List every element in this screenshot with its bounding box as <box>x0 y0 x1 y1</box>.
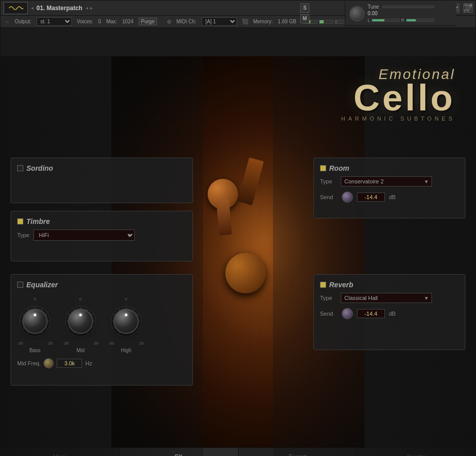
room-checkbox[interactable] <box>320 165 326 171</box>
bass-knob[interactable] <box>22 309 48 334</box>
midi-select[interactable]: [A] 1 <box>202 17 237 26</box>
memory-value: 1.69 GB <box>278 19 297 24</box>
midi-icon: ⊙ <box>167 19 171 24</box>
logo <box>4 2 28 14</box>
timbre-dropdown-wrap: HiFi Warm Vintage Dark ▼ <box>33 230 135 241</box>
high-knob-group: 0 <box>108 297 144 353</box>
mid-zero-label: 0 <box>80 297 82 301</box>
room-send-knob[interactable] <box>342 192 353 203</box>
tune-panel: Tune 0.00 L R <box>345 2 456 26</box>
room-type-row: Type Conservatoire 2 Small Room Large Ha… <box>320 176 459 186</box>
voices-max-label: Max: <box>106 19 117 24</box>
voices-max-value: 1024 <box>122 19 133 24</box>
title-cello: Cello <box>341 83 455 113</box>
bass-label: Bass <box>29 348 41 353</box>
room-title: Room <box>329 164 349 172</box>
timbre-title: Timbre <box>26 217 50 225</box>
reverb-checkbox[interactable] <box>320 282 326 288</box>
tab-main[interactable]: Main <box>1 448 120 456</box>
reverb-dropdown-wrap: Classical Hall Large Hall Small Room Cat… <box>341 293 432 303</box>
reverb-db-unit: dB <box>389 311 395 317</box>
right-label: R <box>401 18 405 23</box>
mid-label: Mid <box>76 348 85 353</box>
bass-knob-indicator <box>34 314 36 316</box>
patch-name: 01. Masterpatch <box>36 5 83 12</box>
timbre-checkbox[interactable] <box>17 218 23 224</box>
eq-title: Equalizer <box>26 281 58 289</box>
room-header: Room <box>320 164 459 172</box>
bass-zero-label: 0 <box>34 297 36 301</box>
tune-label: Tune <box>368 4 379 10</box>
equalizer-panel: Equalizer 0 <box>11 274 193 386</box>
aux-label: AUX <box>464 3 472 7</box>
aux-pv-area: AUX PV <box>464 3 472 13</box>
bass-scale: -20 20 <box>17 341 53 346</box>
bottom-tabs: Main FX Expert Credits <box>1 447 475 456</box>
timbre-type-row: Type HiFi Warm Vintage Dark ▼ <box>17 230 186 241</box>
mid-knob-group: 0 <box>63 297 98 353</box>
purge-button[interactable]: Purge <box>139 18 157 25</box>
mid-scale: -20 20 <box>63 341 98 346</box>
midi-label: MIDI Ch: <box>176 19 196 24</box>
room-dropdown-wrap: Conservatoire 2 Small Room Large Hall St… <box>341 176 432 186</box>
tune-value: 0.00 <box>368 11 434 16</box>
sm-buttons: S M <box>300 4 309 23</box>
room-send-label: Send <box>320 194 338 200</box>
tab-credits[interactable]: Credits <box>357 448 475 456</box>
bass-knob-container <box>17 303 53 339</box>
nav-left-icon[interactable]: ◂ <box>86 5 88 11</box>
eq-header: Equalizer <box>17 281 186 289</box>
left-arrow-icon[interactable]: ◂ <box>31 5 33 11</box>
mid-knob-indicator <box>80 314 82 316</box>
reverb-send-db[interactable]: -14.4 <box>357 309 385 318</box>
tune-knob[interactable] <box>349 6 365 21</box>
high-label: High <box>121 348 132 353</box>
mid-freq-label: Mid Freq. <box>17 360 41 366</box>
voices-value: 0 <box>98 19 101 24</box>
eq-checkbox[interactable] <box>17 282 23 288</box>
high-scale: -20 20 <box>108 341 144 346</box>
reverb-panel: Reverb Type Classical Hall Large Hall Sm… <box>313 274 465 350</box>
timbre-panel: Timbre Type HiFi Warm Vintage Dark ▼ <box>11 211 193 261</box>
mid-freq-knob[interactable] <box>44 358 54 368</box>
left-label: L <box>368 18 370 23</box>
timbre-type-label: Type <box>17 232 29 238</box>
high-knob-container <box>108 303 144 339</box>
title-brand: HARMONIC SUBTONES <box>341 116 455 122</box>
mid-freq-unit: Hz <box>85 360 92 366</box>
room-send-db[interactable]: -14.4 <box>357 193 385 202</box>
mute-button[interactable]: M <box>300 14 309 23</box>
tab-fx[interactable]: FX <box>120 448 239 456</box>
nav-right-icon[interactable]: ▸ <box>90 5 93 11</box>
room-panel: Room Type Conservatoire 2 Small Room Lar… <box>313 158 465 218</box>
sordino-header: Sordino <box>17 164 186 172</box>
sordino-panel: Sordino <box>11 158 193 203</box>
main-content: Emotional Cello HARMONIC SUBTONES Sordin… <box>1 56 475 456</box>
room-type-select[interactable]: Conservatoire 2 Small Room Large Hall St… <box>341 176 432 186</box>
high-knob[interactable] <box>113 309 139 334</box>
high-zero-label: 0 <box>125 297 127 301</box>
room-db-unit: dB <box>389 194 395 200</box>
pv-label: PV <box>464 9 472 13</box>
title-area: Emotional Cello HARMONIC SUBTONES <box>341 66 455 122</box>
solo-button[interactable]: S <box>300 4 309 13</box>
reverb-type-select[interactable]: Classical Hall Large Hall Small Room Cat… <box>341 293 432 303</box>
reverb-header: Reverb <box>320 281 459 289</box>
memory-icon: ⬛ <box>242 19 248 24</box>
tab-expert[interactable]: Expert <box>239 448 358 456</box>
output-select[interactable]: st. 1 <box>36 17 72 26</box>
room-send-row: Send -14.4 dB <box>320 192 459 203</box>
mid-freq-display[interactable]: 3.0k <box>57 359 82 368</box>
reverb-title: Reverb <box>329 281 353 289</box>
timbre-type-select[interactable]: HiFi Warm Vintage Dark <box>33 230 135 241</box>
sordino-checkbox[interactable] <box>17 165 23 171</box>
reverb-send-row: Send -14.4 dB <box>320 308 459 319</box>
memory-label: Memory: <box>253 19 273 24</box>
mid-knob[interactable] <box>68 309 93 334</box>
output-icon: ↔ <box>5 19 10 24</box>
reverb-send-knob[interactable] <box>342 308 353 319</box>
mid-knob-container <box>63 303 98 339</box>
output-label: Output: <box>15 19 31 24</box>
bass-knob-group: 0 <box>17 297 53 353</box>
reverb-type-row: Type Classical Hall Large Hall Small Roo… <box>320 293 459 303</box>
